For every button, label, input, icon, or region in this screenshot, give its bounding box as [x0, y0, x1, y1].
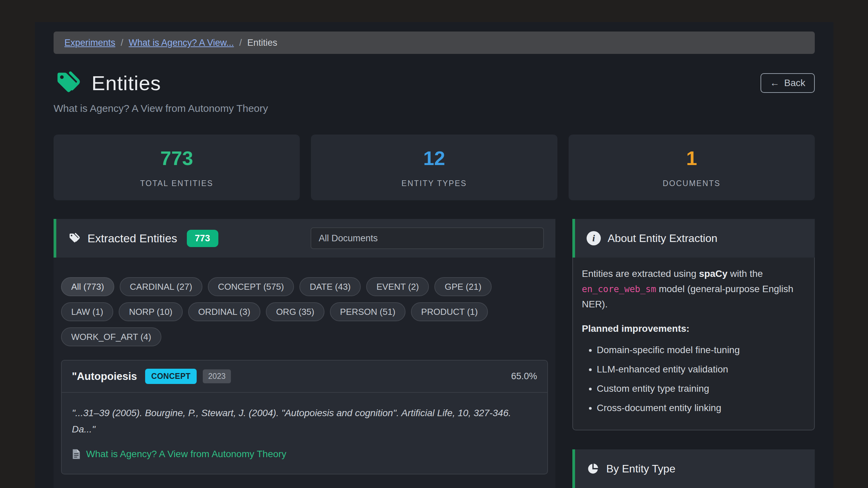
stat-value: 1 — [686, 147, 697, 169]
stat-value: 12 — [423, 147, 445, 169]
improvements-list: Domain-specific model fine-tuningLLM-enh… — [582, 343, 805, 415]
breadcrumb-link-experiments[interactable]: Experiments — [64, 38, 115, 48]
entity-type-filter-chip[interactable]: CARDINAL (27) — [120, 277, 202, 296]
entity-type-filter-chip[interactable]: PRODUCT (1) — [411, 302, 488, 321]
page-header: Entities ← Back — [54, 69, 815, 97]
page-title: Entities — [92, 72, 161, 95]
improvements-title: Planned improvements: — [582, 321, 805, 337]
entities-panel-body: All (773)CARDINAL (27)CONCEPT (575)DATE … — [54, 258, 555, 488]
entity-type-filter-chips: All (773)CARDINAL (27)CONCEPT (575)DATE … — [61, 277, 548, 346]
info-icon: i — [587, 231, 601, 245]
entity-type-filter-chip[interactable]: LAW (1) — [61, 302, 113, 321]
entity-year-badge: 2023 — [203, 369, 231, 383]
entity-document-link[interactable]: What is Agency? A View from Autonomy The… — [86, 449, 286, 460]
entity-type-badge: CONCEPT — [145, 369, 197, 384]
breadcrumb-separator: / — [239, 38, 242, 48]
bytype-panel-header: By Entity Type — [572, 449, 815, 488]
about-panel-body: Entities are extracted using spaCy with … — [572, 258, 815, 430]
document-filter-select[interactable]: All Documents — [311, 227, 544, 249]
stat-card-documents: 1 DOCUMENTS — [569, 135, 815, 200]
file-icon — [72, 449, 81, 460]
right-sidebar: i About Entity Extraction Entities are e… — [572, 219, 815, 488]
entity-list: "Autopoiesis CONCEPT 2023 65.0% "...31–3… — [61, 360, 548, 488]
improvement-item: Cross-document entity linking — [597, 401, 805, 416]
about-intro-text: Entities are extracted using spaCy with … — [582, 266, 805, 312]
breadcrumb-separator: / — [121, 38, 123, 48]
entity-document-row: What is Agency? A View from Autonomy The… — [72, 449, 537, 460]
about-panel-title: About Entity Extraction — [608, 232, 717, 245]
back-button[interactable]: ← Back — [761, 73, 815, 93]
entity-card-header: "Autopoiesis CONCEPT 2023 65.0% — [62, 361, 547, 392]
about-panel-header: i About Entity Extraction — [572, 219, 815, 258]
content-container: Experiments / What is Agency? A View... … — [35, 22, 833, 488]
entities-panel-header: Extracted Entities 773 All Documents — [54, 219, 555, 258]
spacy-bold: spaCy — [699, 268, 728, 279]
entity-type-filter-chip[interactable]: PERSON (51) — [330, 302, 406, 321]
entity-type-filter-chip[interactable]: DATE (43) — [299, 277, 361, 296]
stat-card-total-entities: 773 TOTAL ENTITIES — [54, 135, 300, 200]
stat-label: DOCUMENTS — [663, 179, 721, 188]
about-entity-extraction-panel: i About Entity Extraction Entities are e… — [572, 219, 815, 430]
breadcrumb: Experiments / What is Agency? A View... … — [54, 32, 815, 54]
entity-card-body: "...31–39 (2005). Bourgine, P., Stewart,… — [62, 393, 547, 474]
stat-label: TOTAL ENTITIES — [140, 179, 213, 188]
stat-label: ENTITY TYPES — [401, 179, 467, 188]
by-entity-type-panel: By Entity Type DATE 43 GPE 21 ORG 35 — [572, 449, 815, 488]
breadcrumb-current: Entities — [247, 38, 277, 48]
entities-panel-title: Extracted Entities — [87, 232, 177, 245]
entity-count-badge: 773 — [187, 230, 218, 247]
entity-type-filter-chip[interactable]: CONCEPT (575) — [208, 277, 294, 296]
extracted-entities-panel: Extracted Entities 773 All Documents All… — [54, 219, 555, 488]
entity-type-filter-chip[interactable]: ORG (35) — [266, 302, 324, 321]
tags-icon — [68, 232, 81, 245]
stat-card-entity-types: 12 ENTITY TYPES — [311, 135, 557, 200]
bytype-panel-title: By Entity Type — [606, 463, 675, 475]
entity-type-filter-chip[interactable]: EVENT (2) — [366, 277, 429, 296]
left-arrow-icon: ← — [770, 78, 780, 88]
entity-type-filter-chip[interactable]: ORDINAL (3) — [188, 302, 261, 321]
entity-type-filter-chip[interactable]: NORP (10) — [119, 302, 182, 321]
improvement-item: Custom entity type training — [597, 381, 805, 396]
stat-value: 773 — [160, 147, 193, 169]
document-filter-value: All Documents — [319, 233, 378, 244]
improvement-item: Domain-specific model fine-tuning — [597, 343, 805, 358]
entity-card[interactable]: "Autopoiesis CONCEPT 2023 65.0% "...31–3… — [61, 360, 548, 474]
page-subtitle: What is Agency? A View from Autonomy The… — [54, 103, 815, 114]
entity-context-quote: "...31–39 (2005). Bourgine, P., Stewart,… — [72, 405, 537, 437]
entity-name: "Autopoiesis — [72, 370, 137, 383]
model-code: en_core_web_sm — [582, 284, 656, 294]
entity-type-filter-chip[interactable]: WORK_OF_ART (4) — [61, 327, 161, 346]
tags-icon — [54, 69, 82, 97]
stats-row: 773 TOTAL ENTITIES 12 ENTITY TYPES 1 DOC… — [54, 135, 815, 200]
improvement-item: LLM-enhanced entity validation — [597, 362, 805, 377]
back-button-label: Back — [784, 78, 805, 88]
entity-type-filter-chip[interactable]: All (773) — [61, 277, 114, 296]
entity-type-filter-chip[interactable]: GPE (21) — [434, 277, 491, 296]
entity-confidence: 65.0% — [511, 371, 537, 382]
breadcrumb-link-experiment[interactable]: What is Agency? A View... — [129, 38, 234, 48]
pie-chart-icon — [587, 462, 599, 475]
